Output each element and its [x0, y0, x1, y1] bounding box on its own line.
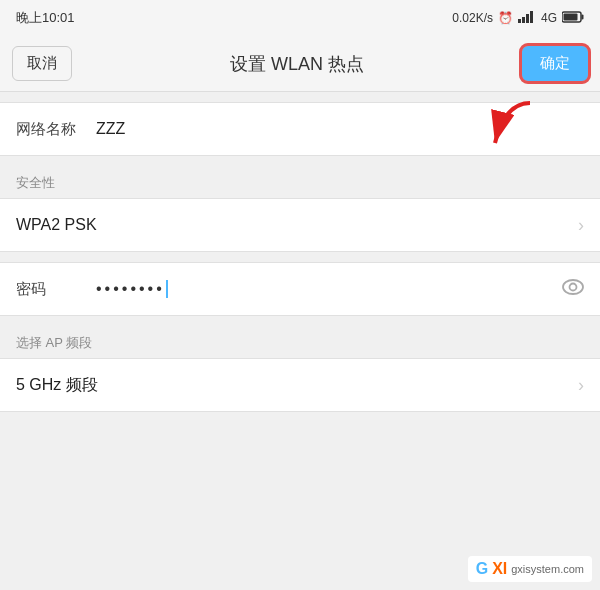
- security-arrow-icon: ›: [578, 215, 584, 236]
- svg-rect-5: [582, 14, 584, 19]
- watermark: G XI gxisystem.com: [468, 556, 592, 582]
- svg-rect-2: [526, 14, 529, 23]
- text-cursor: [166, 280, 168, 298]
- ap-band-arrow-icon: ›: [578, 375, 584, 396]
- alarm-icon: ⏰: [498, 11, 513, 25]
- network-name-card: 网络名称 ZZZ: [0, 102, 600, 156]
- watermark-g: G: [476, 560, 488, 578]
- watermark-site: gxisystem.com: [511, 563, 584, 575]
- svg-rect-3: [530, 11, 533, 23]
- ap-band-row[interactable]: 5 GHz 频段 ›: [0, 359, 600, 411]
- security-value: WPA2 PSK: [16, 216, 578, 234]
- svg-point-8: [563, 280, 583, 294]
- network-name-section: 网络名称 ZZZ: [0, 102, 600, 156]
- network-name-row: 网络名称 ZZZ: [0, 103, 600, 155]
- ap-band-card: 5 GHz 频段 ›: [0, 358, 600, 412]
- svg-rect-1: [522, 17, 525, 23]
- time-display: 晚上10:01: [16, 9, 75, 27]
- password-label: 密码: [16, 280, 86, 299]
- speed-display: 0.02K/s: [452, 11, 493, 25]
- security-card: WPA2 PSK ›: [0, 198, 600, 252]
- password-row: 密码 ••••••••: [0, 263, 600, 315]
- network-name-value: ZZZ: [86, 120, 584, 138]
- svg-rect-0: [518, 19, 521, 23]
- password-section: 密码 ••••••••: [0, 262, 600, 316]
- security-section: 安全性 WPA2 PSK ›: [0, 166, 600, 252]
- status-bar: 晚上10:01 0.02K/s ⏰ 4G: [0, 0, 600, 36]
- password-dots: ••••••••: [96, 280, 165, 298]
- password-card: 密码 ••••••••: [0, 262, 600, 316]
- page-title: 设置 WLAN 热点: [230, 52, 364, 76]
- signal-icon: [518, 11, 536, 26]
- content-area: 网络名称 ZZZ 安全性 WPA2 PSK ›: [0, 102, 600, 412]
- battery-icon: [562, 11, 584, 26]
- confirm-button[interactable]: 确定: [522, 46, 588, 81]
- network-name-label: 网络名称: [16, 120, 86, 139]
- network-type: 4G: [541, 11, 557, 25]
- watermark-xi: XI: [492, 560, 507, 578]
- ap-band-value: 5 GHz 频段: [16, 375, 578, 396]
- cancel-button[interactable]: 取消: [12, 46, 72, 81]
- status-right: 0.02K/s ⏰ 4G: [452, 11, 584, 26]
- security-section-label: 安全性: [0, 166, 600, 198]
- eye-icon[interactable]: [562, 279, 584, 300]
- ap-band-section-label: 选择 AP 频段: [0, 326, 600, 358]
- security-row[interactable]: WPA2 PSK ›: [0, 199, 600, 251]
- title-bar: 取消 设置 WLAN 热点 确定: [0, 36, 600, 92]
- svg-rect-6: [564, 13, 578, 20]
- ap-band-section: 选择 AP 频段 5 GHz 频段 ›: [0, 326, 600, 412]
- svg-point-9: [570, 283, 577, 290]
